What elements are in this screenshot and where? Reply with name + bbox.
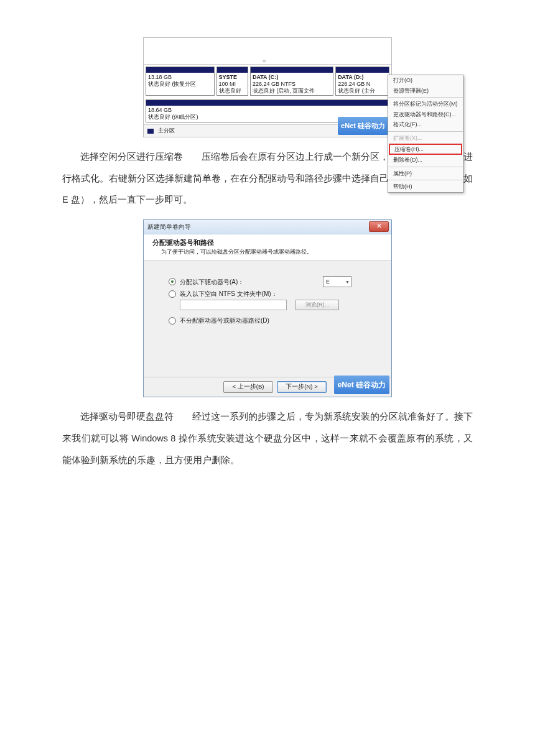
menu-item[interactable]: 删除卷(D)... <box>388 155 463 165</box>
partition-size: 13.18 GB <box>148 74 212 81</box>
partition-status: 状态良好 (启动, 页面文件 <box>253 88 331 94</box>
back-button[interactable]: < 上一步(B) <box>223 381 273 393</box>
watermark: eNet 硅谷动力 <box>338 117 388 134</box>
disk-row-0: 13.18 GB 状态良好 (恢复分区 SYSTE 100 MI 状态良好 DA… <box>144 65 391 98</box>
wizard-header: 分配驱动器号和路径 为了便于访问，可以给磁盘分区分配驱动器号或驱动器路径。 <box>144 234 391 261</box>
menu-item[interactable]: 将分区标记为活动分区(M) <box>388 99 463 109</box>
menu-item: 扩展卷(X)... <box>388 133 463 144</box>
next-button[interactable]: 下一步(N) > <box>277 381 327 393</box>
radio-row-mount[interactable]: 装入以下空白 NTFS 文件夹中(M)： <box>169 290 376 298</box>
menu-item[interactable]: 更改驱动器号和路径(C)... <box>388 109 463 120</box>
partition-size: 100 MI <box>219 81 246 88</box>
menu-item[interactable]: 资源管理器(E) <box>388 86 463 96</box>
wizard-body: 分配以下驱动器号(A)： E ▼ 装入以下空白 NTFS 文件夹中(M)： 浏览… <box>144 261 391 377</box>
radio-label: 不分配驱动器号或驱动器路径(D) <box>180 316 269 325</box>
partition-system[interactable]: SYSTE 100 MI 状态良好 <box>216 67 248 96</box>
chevron-down-icon: ▼ <box>345 279 350 285</box>
partition-size: 18.64 GB <box>148 107 387 114</box>
partition-size: 226.24 GB N <box>338 81 387 88</box>
menu-separator <box>388 180 463 180</box>
mount-path-input[interactable] <box>180 300 287 310</box>
wizard-titlebar: 新建简单卷向导 ✕ <box>144 220 391 234</box>
close-button[interactable]: ✕ <box>369 221 389 232</box>
partition-data-d[interactable]: DATA (D:) 226.24 GB N 状态良好 (主分 <box>335 67 389 96</box>
radio-label: 装入以下空白 NTFS 文件夹中(M)： <box>180 290 277 298</box>
menu-separator <box>388 167 463 167</box>
browse-button[interactable]: 浏览(R)... <box>295 300 339 310</box>
legend-label: 主分区 <box>158 127 175 134</box>
drive-letter-value: E <box>326 278 330 285</box>
menu-separator <box>388 131 463 132</box>
menu-separator <box>388 97 463 98</box>
wizard-header-subtitle: 为了便于访问，可以给磁盘分区分配驱动器号或驱动器路径。 <box>152 248 383 256</box>
menu-item[interactable]: 格式化(F)... <box>388 119 463 130</box>
wizard-window: 新建简单卷向导 ✕ 分配驱动器号和路径 为了便于访问，可以给磁盘分区分配驱动器号… <box>143 219 392 397</box>
partition-data-c[interactable]: DATA (C:) 226.24 GB NTFS 状态良好 (启动, 页面文件 <box>250 67 333 96</box>
wizard-header-title: 分配驱动器号和路径 <box>152 238 383 247</box>
context-menu: 打开(O)资源管理器(E)将分区标记为活动分区(M)更改驱动器号和路径(C)..… <box>388 75 463 193</box>
wizard-title: 新建简单卷向导 <box>147 223 191 231</box>
menu-item[interactable]: 帮助(H) <box>388 182 463 192</box>
watermark: eNet 硅谷动力 <box>334 376 389 395</box>
partition-status: 状态良好 (主分 <box>338 88 387 94</box>
radio-label: 分配以下驱动器号(A)： <box>180 278 244 287</box>
menu-item[interactable]: 属性(P) <box>388 168 463 179</box>
partition-status: 状态良好 (恢复分区 <box>148 81 212 88</box>
mount-path-row: 浏览(R)... <box>169 300 376 310</box>
partition-title: DATA (D:) <box>338 74 387 81</box>
drive-letter-select[interactable]: E ▼ <box>323 276 351 287</box>
radio-icon[interactable] <box>169 278 176 285</box>
partition-status: 状态良好 <box>219 88 246 94</box>
partition-title: SYSTE <box>219 74 246 81</box>
radio-icon[interactable] <box>169 317 176 325</box>
disk-management-screenshot: 13.18 GB 状态良好 (恢复分区 SYSTE 100 MI 状态良好 DA… <box>143 37 392 137</box>
partition-recovery[interactable]: 13.18 GB 状态良好 (恢复分区 <box>146 67 215 96</box>
menu-item-shrink-volume[interactable]: 压缩卷(H)... <box>389 144 462 155</box>
partition-size: 226.24 GB NTFS <box>253 81 331 88</box>
radio-row-none[interactable]: 不分配驱动器号或驱动器路径(D) <box>169 316 376 325</box>
radio-icon[interactable] <box>169 290 176 298</box>
partition-title: DATA (C:) <box>253 74 331 81</box>
wizard-screenshot: 新建简单卷向导 ✕ 分配驱动器号和路径 为了便于访问，可以给磁盘分区分配驱动器号… <box>143 219 392 397</box>
radio-row-assign[interactable]: 分配以下驱动器号(A)： E ▼ <box>169 276 376 287</box>
menu-item[interactable]: 打开(O) <box>388 75 463 86</box>
article-paragraph-2: 选择驱动号即硬盘盘符 经过这一系列的步骤之后，专为新系统安装的分区就准备好了。接… <box>62 406 473 471</box>
disk-list-pane <box>144 38 391 65</box>
